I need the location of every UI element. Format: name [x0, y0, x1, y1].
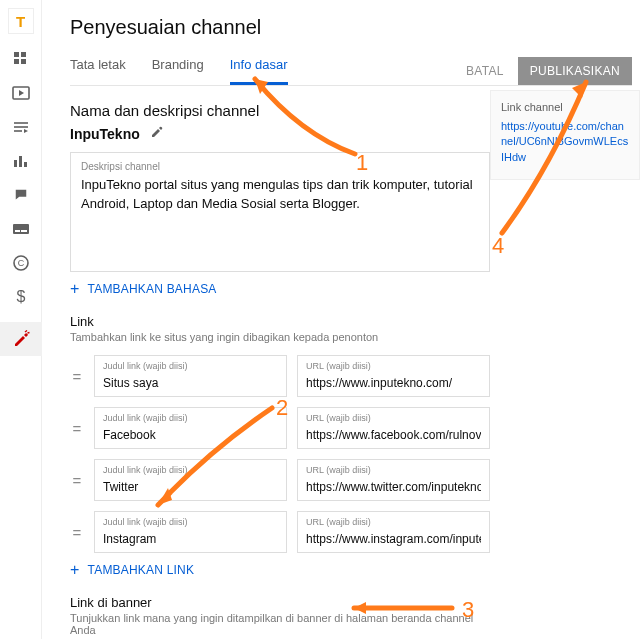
annotation-number-1: 1: [356, 150, 368, 176]
drag-handle-icon[interactable]: =: [70, 368, 84, 385]
channel-link-card: Link channel https://youtube.com/channel…: [490, 90, 640, 180]
link-title-field[interactable]: Judul link (wajib diisi): [94, 355, 287, 397]
channel-avatar[interactable]: T: [8, 8, 34, 34]
svg-rect-2: [14, 59, 19, 64]
field-label: Judul link (wajib diisi): [103, 413, 278, 423]
link-row: =Judul link (wajib diisi)URL (wajib diis…: [70, 355, 490, 397]
link-title-input[interactable]: [103, 532, 278, 546]
comments-icon[interactable]: [10, 186, 32, 204]
drag-handle-icon[interactable]: =: [70, 524, 84, 541]
drag-handle-icon[interactable]: =: [70, 472, 84, 489]
subtitles-icon[interactable]: [10, 220, 32, 238]
section-name-desc-heading: Nama dan deskripsi channel: [70, 102, 490, 119]
link-title-input[interactable]: [103, 376, 278, 390]
link-url-field[interactable]: URL (wajib diisi): [297, 355, 490, 397]
field-label: Judul link (wajib diisi): [103, 517, 278, 527]
field-label: URL (wajib diisi): [306, 413, 481, 423]
edit-name-icon[interactable]: [150, 125, 164, 142]
tabs-row: Tata letak Branding Info dasar BATAL PUB…: [70, 57, 632, 86]
link-title-field[interactable]: Judul link (wajib diisi): [94, 459, 287, 501]
link-url-input[interactable]: [306, 480, 481, 494]
link-title-input[interactable]: [103, 480, 278, 494]
svg-line-19: [25, 331, 27, 333]
svg-text:C: C: [17, 258, 24, 268]
add-link-button[interactable]: + TAMBAHKAN LINK: [70, 563, 490, 577]
add-link-label: TAMBAHKAN LINK: [88, 563, 195, 577]
field-label: URL (wajib diisi): [306, 465, 481, 475]
svg-marker-9: [24, 129, 28, 133]
link-url-input[interactable]: [306, 428, 481, 442]
channel-link-label: Link channel: [501, 101, 629, 113]
drag-handle-icon[interactable]: =: [70, 420, 84, 437]
annotation-number-2: 2: [276, 395, 288, 421]
add-language-button[interactable]: + TAMBAHKAN BAHASA: [70, 282, 490, 296]
tab-basic-info[interactable]: Info dasar: [230, 57, 288, 85]
svg-line-20: [27, 333, 29, 334]
page-title: Penyesuaian channel: [70, 16, 640, 39]
link-url-input[interactable]: [306, 376, 481, 390]
publish-button[interactable]: PUBLIKASIKAN: [518, 57, 632, 85]
channel-description-input[interactable]: [81, 176, 479, 266]
monetization-icon[interactable]: $: [10, 288, 32, 306]
link-url-field[interactable]: URL (wajib diisi): [297, 407, 490, 449]
field-label: URL (wajib diisi): [306, 517, 481, 527]
copyright-icon[interactable]: C: [10, 254, 32, 272]
link-title-field[interactable]: Judul link (wajib diisi): [94, 511, 287, 553]
channel-name: InpuTekno: [70, 126, 140, 142]
banner-subtext: Tunjukkan link mana yang ingin ditampilk…: [70, 612, 490, 636]
svg-rect-0: [14, 52, 19, 57]
svg-rect-15: [21, 230, 27, 232]
link-row: =Judul link (wajib diisi)URL (wajib diis…: [70, 459, 490, 501]
link-title-input[interactable]: [103, 428, 278, 442]
svg-rect-3: [21, 59, 26, 64]
svg-marker-5: [19, 90, 24, 96]
svg-rect-11: [19, 156, 22, 167]
cancel-button[interactable]: BATAL: [466, 64, 504, 78]
field-label: Deskripsi channel: [81, 161, 479, 172]
field-label: URL (wajib diisi): [306, 361, 481, 371]
field-label: Judul link (wajib diisi): [103, 361, 278, 371]
left-nav-rail: T C $: [0, 0, 42, 639]
links-subtext: Tambahkan link ke situs yang ingin dibag…: [70, 331, 490, 343]
channel-description-field[interactable]: Deskripsi channel: [70, 152, 490, 272]
dashboard-icon[interactable]: [10, 50, 32, 68]
annotation-number-3: 3: [462, 597, 474, 623]
svg-rect-10: [14, 160, 17, 167]
svg-rect-12: [24, 162, 27, 167]
annotation-number-4: 4: [492, 233, 504, 259]
tab-branding[interactable]: Branding: [152, 57, 204, 85]
link-title-field[interactable]: Judul link (wajib diisi): [94, 407, 287, 449]
links-heading: Link: [70, 314, 490, 329]
link-url-field[interactable]: URL (wajib diisi): [297, 459, 490, 501]
link-url-field[interactable]: URL (wajib diisi): [297, 511, 490, 553]
link-url-input[interactable]: [306, 532, 481, 546]
link-row: =Judul link (wajib diisi)URL (wajib diis…: [70, 511, 490, 553]
analytics-icon[interactable]: [10, 152, 32, 170]
svg-rect-13: [13, 224, 29, 234]
add-language-label: TAMBAHKAN BAHASA: [88, 282, 217, 296]
playlists-icon[interactable]: [10, 118, 32, 136]
field-label: Judul link (wajib diisi): [103, 465, 278, 475]
channel-link-url[interactable]: https://youtube.com/channel/UC6nNI3GovmW…: [501, 119, 629, 165]
svg-text:$: $: [16, 288, 25, 305]
banner-heading: Link di banner: [70, 595, 490, 610]
svg-rect-1: [21, 52, 26, 57]
svg-rect-14: [15, 230, 20, 232]
content-icon[interactable]: [10, 84, 32, 102]
tab-layout[interactable]: Tata letak: [70, 57, 126, 85]
customization-icon[interactable]: [0, 322, 42, 356]
